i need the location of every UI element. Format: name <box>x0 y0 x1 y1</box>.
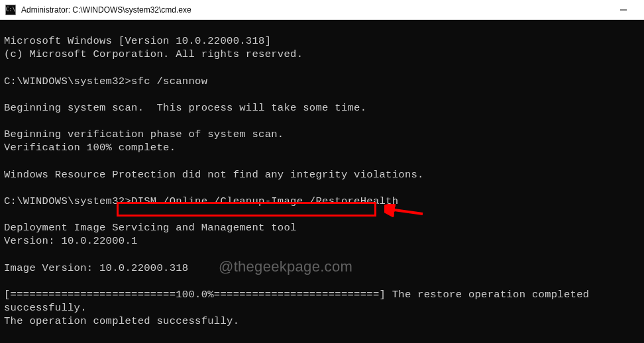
no-violations-line: Windows Resource Protection did not find… <box>4 169 424 181</box>
prompt-command-highlight: DISM /Online /Cleanup-Image /RestoreHeal… <box>131 195 398 207</box>
watermark: @thegeekpage.com <box>219 258 352 277</box>
dism-version-line: Version: 10.0.22000.1 <box>4 235 138 247</box>
prompt-path: C:\WINDOWS\system32> <box>4 195 131 207</box>
scan-begin-line: Beginning system scan. This process will… <box>4 102 366 114</box>
progress-bar-line: [==========================100.0%=======… <box>4 289 596 314</box>
operation-complete-line: The operation completed successfully. <box>4 315 239 327</box>
window-title: Administrator: C:\WINDOWS\system32\cmd.e… <box>21 5 608 15</box>
dism-tool-line: Deployment Image Servicing and Managemen… <box>4 222 297 234</box>
title-bar: C:\ Administrator: C:\WINDOWS\system32\c… <box>0 0 644 20</box>
cmd-icon: C:\ <box>5 5 16 15</box>
verify-begin-line: Beginning verification phase of system s… <box>4 128 284 140</box>
copyright-line: (c) Microsoft Corporation. All rights re… <box>4 48 303 60</box>
os-version-line: Microsoft Windows [Version 10.0.22000.31… <box>4 35 271 47</box>
image-version-line: Image Version: 10.0.22000.318 <box>4 262 188 274</box>
prompt-path: C:\WINDOWS\system32> <box>4 75 131 87</box>
terminal-body[interactable]: Microsoft Windows [Version 10.0.22000.31… <box>0 20 644 343</box>
prompt-command: sfc /scannow <box>131 75 207 87</box>
svg-line-1 <box>390 209 423 214</box>
window-controls <box>608 0 639 20</box>
minimize-button[interactable] <box>608 0 639 20</box>
verify-complete-line: Verification 100% complete. <box>4 142 176 154</box>
